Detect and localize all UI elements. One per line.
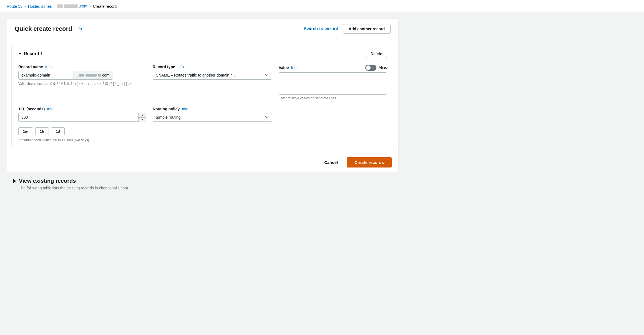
routing-policy-select[interactable]: Simple routing Failover routing Geolocat… xyxy=(153,113,272,122)
expand-icon[interactable] xyxy=(13,179,16,183)
view-existing-title: View existing records xyxy=(19,178,76,184)
record-name-input[interactable] xyxy=(18,71,74,80)
record-name-label: Record name Info xyxy=(18,65,146,69)
breadcrumb-sep-2: › xyxy=(54,4,55,8)
record-type-select[interactable]: A – Routes traffic to an IPv4 address AA… xyxy=(153,71,272,80)
create-records-button[interactable]: Create records xyxy=(347,157,392,168)
breadcrumb-hosted-zones[interactable]: Hosted zones xyxy=(28,4,52,9)
record-name-wrapper: . com xyxy=(18,71,146,80)
card-header-left: Quick create record Info xyxy=(15,25,82,32)
routing-policy-label: Routing policy Info xyxy=(153,107,272,111)
record-card: Record 1 Delete Record name Info . xyxy=(11,44,394,148)
form-row-2: TTL (seconds) Info ▲ ▼ Routing policy xyxy=(18,107,387,122)
routing-policy-group: Routing policy Info Simple routing Failo… xyxy=(153,107,272,122)
delete-button[interactable]: Delete xyxy=(366,50,387,58)
value-label-text: Value xyxy=(279,65,289,70)
value-label: Value Info xyxy=(279,65,298,70)
ttl-label: TTL (seconds) Info xyxy=(18,107,146,111)
alias-toggle-switch[interactable] xyxy=(365,65,376,71)
form-row-1: Record name Info . com Valid char xyxy=(18,65,387,100)
switch-to-wizard-button[interactable]: Switch to wizard xyxy=(304,25,338,32)
record-name-helper: Valid characters: a-z, 0-9, ! " # $ % & … xyxy=(18,81,146,86)
record-title-text: Record 1 xyxy=(24,51,43,56)
ttl-recommended-text: Recommended values: 60 to 172800 (two da… xyxy=(18,138,89,142)
value-group: Value Info Alias Enter multiple value xyxy=(279,65,387,100)
card-header-right: Switch to wizard Add another record xyxy=(304,24,391,34)
quick-ttl-buttons: 1m 1h 1d xyxy=(18,127,387,135)
value-info-link[interactable]: Info xyxy=(291,65,298,70)
record-name-info-link[interactable]: Info xyxy=(45,65,52,69)
alias-slider xyxy=(365,65,376,71)
domain-blur-1 xyxy=(57,4,63,8)
outer-card: Quick create record Info Switch to wizar… xyxy=(7,18,399,172)
record-title: Record 1 xyxy=(18,51,43,56)
breadcrumb: Route 53 › Hosted zones › .com › Create … xyxy=(0,0,644,13)
record-card-header: Record 1 Delete xyxy=(18,50,387,58)
record-type-info-link[interactable]: Info xyxy=(177,65,184,69)
page-title: Quick create record xyxy=(15,25,72,32)
action-bar: Cancel Create records xyxy=(7,153,398,172)
add-another-record-button[interactable]: Add another record xyxy=(343,24,391,34)
routing-policy-label-text: Routing policy xyxy=(153,107,180,111)
domain-suffix: . com xyxy=(74,71,112,80)
record-type-group: Record type Info A – Routes traffic to a… xyxy=(153,65,272,100)
alias-toggle: Alias xyxy=(365,65,387,71)
breadcrumb-domain[interactable]: .com xyxy=(57,4,87,9)
page-info-link[interactable]: Info xyxy=(76,27,82,31)
domain-com: com xyxy=(102,73,109,77)
alias-label: Alias xyxy=(379,65,387,70)
ttl-1m-button[interactable]: 1m xyxy=(18,127,33,135)
main-content: Quick create record Info Switch to wizar… xyxy=(0,13,405,201)
routing-policy-info-link[interactable]: Info xyxy=(182,107,188,111)
record-name-group: Record name Info . com Valid char xyxy=(18,65,146,100)
domain-blur-part3 xyxy=(98,74,101,77)
breadcrumb-sep-1: › xyxy=(25,4,26,8)
value-hint: Enter multiple values on separate lines. xyxy=(279,96,387,100)
cancel-button[interactable]: Cancel xyxy=(320,158,342,167)
view-existing-description: The following table lists the existing r… xyxy=(13,186,392,190)
value-header: Value Info Alias xyxy=(279,65,387,71)
breadcrumb-current: Create record xyxy=(93,4,117,9)
collapse-icon[interactable] xyxy=(18,53,22,55)
value-textarea[interactable] xyxy=(279,72,387,95)
record-name-label-text: Record name xyxy=(18,65,43,69)
domain-tld: .com xyxy=(79,4,87,8)
domain-blur-part2 xyxy=(85,74,97,77)
breadcrumb-domain-text: .com xyxy=(57,4,87,8)
record-type-label: Record type Info xyxy=(153,65,272,69)
ttl-increment-button[interactable]: ▲ xyxy=(139,113,146,118)
ttl-info-link[interactable]: Info xyxy=(47,107,53,111)
ttl-1d-button[interactable]: 1d xyxy=(51,127,65,135)
ttl-input[interactable] xyxy=(18,113,146,122)
ttl-spinners: ▲ ▼ xyxy=(138,113,146,122)
card-header: Quick create record Info Switch to wizar… xyxy=(7,19,398,39)
domain-blur-2 xyxy=(64,4,78,8)
ttl-group: TTL (seconds) Info ▲ ▼ xyxy=(18,107,146,122)
breadcrumb-sep-3: › xyxy=(90,4,91,8)
ttl-input-wrapper: ▲ ▼ xyxy=(18,113,146,122)
ttl-label-text: TTL (seconds) xyxy=(18,107,45,111)
record-type-label-text: Record type xyxy=(153,65,175,69)
breadcrumb-route53[interactable]: Route 53 xyxy=(7,4,22,9)
ttl-1h-button[interactable]: 1h xyxy=(35,127,49,135)
ttl-decrement-button[interactable]: ▼ xyxy=(139,118,146,122)
view-existing-header: View existing records xyxy=(13,178,392,184)
view-existing-section: View existing records The following tabl… xyxy=(7,172,399,196)
domain-blur-part1 xyxy=(79,74,84,77)
domain-dot: . xyxy=(77,73,78,77)
